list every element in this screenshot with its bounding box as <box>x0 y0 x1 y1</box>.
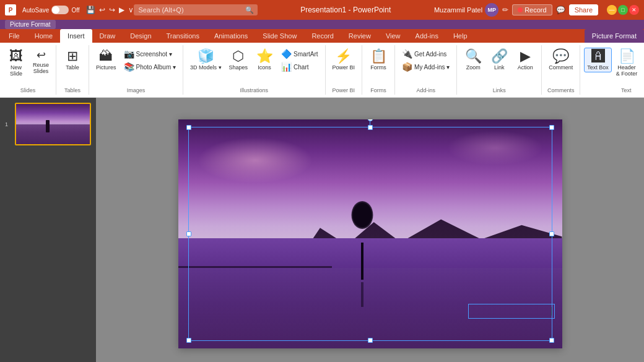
table-button[interactable]: ⊞ Table <box>60 48 85 72</box>
slide-thumbnail-container: 1 <box>15 103 91 145</box>
pen-icon[interactable]: ✏ <box>502 6 508 14</box>
user-avatar[interactable]: MP <box>485 3 498 17</box>
reuse-slides-button[interactable]: ↩ ReuseSlides <box>30 48 52 76</box>
tab-record[interactable]: Record <box>304 29 341 43</box>
illustrations-col: 🔷 SmartArt 📊 Chart <box>278 48 321 73</box>
addins-group-label: Add-ins <box>416 86 435 95</box>
photo-album-button[interactable]: 📚 Photo Album ▾ <box>121 61 179 73</box>
slide-thumbnail[interactable] <box>15 103 91 145</box>
powerbi-group-label: Power BI <box>333 86 355 95</box>
action-button[interactable]: ▶ Action <box>513 48 537 72</box>
tab-review[interactable]: Review <box>341 29 378 43</box>
tab-home[interactable]: Home <box>27 29 60 43</box>
zoom-button[interactable]: 🔍 Zoom <box>461 48 485 72</box>
link-button[interactable]: 🔗 Link <box>487 48 511 72</box>
3d-models-icon: 🧊 <box>198 50 214 63</box>
tab-insert[interactable]: Insert <box>60 29 92 43</box>
save-icon[interactable]: 💾 <box>86 6 95 14</box>
tab-transitions[interactable]: Transitions <box>159 29 207 43</box>
maximize-button[interactable]: □ <box>618 5 628 15</box>
smartart-button[interactable]: 🔷 SmartArt <box>278 48 321 60</box>
table-icon: ⊞ <box>67 50 78 63</box>
tab-view[interactable]: View <box>378 29 408 43</box>
tab-draw[interactable]: Draw <box>92 29 123 43</box>
action-icon: ▶ <box>520 50 531 63</box>
comments-items: 💬 Comment <box>546 45 576 86</box>
tab-file[interactable]: File <box>1 29 27 43</box>
pictures-button[interactable]: 🏔 Pictures <box>93 48 120 72</box>
powerbi-button[interactable]: ⚡ Power BI <box>329 48 359 72</box>
more-icon[interactable]: ∨ <box>128 6 134 14</box>
redo-icon[interactable]: ↪ <box>109 6 115 14</box>
record-dot <box>518 7 523 12</box>
image-land <box>178 266 332 268</box>
autosave-toggle[interactable] <box>51 6 69 14</box>
ribbon-group-images: 🏔 Pictures 📷 Screenshot ▾ 📚 Photo Album … <box>89 45 183 95</box>
text-box-drawing[interactable] <box>468 304 555 319</box>
icons-icon: ⭐ <box>256 50 273 63</box>
tab-design[interactable]: Design <box>123 29 159 43</box>
shapes-button[interactable]: ⬡ Shapes <box>226 48 251 72</box>
slide-number: 1 <box>5 121 8 127</box>
my-addins-icon: 📦 <box>402 62 412 72</box>
tables-items: ⊞ Table <box>60 45 85 86</box>
ribbon-group-slides: 🖼 NewSlide ↩ ReuseSlides Slides <box>0 45 56 95</box>
tab-addins[interactable]: Add-ins <box>408 29 446 43</box>
titlebar-right: Muzammil Patel MP ✏ Record 💬 Share — □ ✕ <box>434 3 639 17</box>
my-addins-button[interactable]: 📦 My Add-ins ▾ <box>399 61 453 73</box>
comment-icon: 💬 <box>552 50 569 63</box>
tab-animations[interactable]: Animations <box>207 29 255 43</box>
preview-water <box>16 124 90 145</box>
image-tree-reflection <box>361 282 363 307</box>
autosave-state: Off <box>71 7 79 14</box>
illustrations-group-label: Illustrations <box>240 86 269 95</box>
canvas-area <box>96 98 644 362</box>
undo-icon[interactable]: ↩ <box>99 6 105 14</box>
window-controls: — □ ✕ <box>607 5 639 15</box>
image-tree-top <box>352 201 373 229</box>
header-footer-icon: 📄 <box>619 50 635 63</box>
tab-picture-format[interactable]: Picture Format <box>585 29 644 43</box>
links-group-label: Links <box>493 86 506 95</box>
app-title: Presentation1 - PowerPoint <box>258 6 434 14</box>
forms-button[interactable]: 📋 Forms <box>366 48 391 72</box>
minimize-button[interactable]: — <box>607 5 617 15</box>
3d-models-button[interactable]: 🧊 3D Models ▾ <box>187 48 225 72</box>
link-icon: 🔗 <box>491 50 508 63</box>
wordart-button[interactable]: A WordArt <box>642 48 644 71</box>
ribbon-group-addins: 🔌 Get Add-ins 📦 My Add-ins ▾ Add-ins <box>395 45 457 95</box>
slide-canvas[interactable] <box>178 119 562 348</box>
toggle-knob <box>52 6 59 14</box>
picture-format-context-label: Picture Format <box>5 20 56 29</box>
slides-items: 🖼 NewSlide ↩ ReuseSlides <box>4 45 52 86</box>
ribbon-group-tables: ⊞ Table Tables <box>56 45 89 95</box>
tab-slideshow[interactable]: Slide Show <box>255 29 304 43</box>
ribbon-group-powerbi: ⚡ Power BI Power BI <box>326 45 363 95</box>
chart-icon: 📊 <box>281 62 292 72</box>
photo-album-icon: 📚 <box>124 62 134 72</box>
links-items: 🔍 Zoom 🔗 Link ▶ Action <box>461 45 537 86</box>
search-input[interactable] <box>134 4 258 15</box>
images-col: 📷 Screenshot ▾ 📚 Photo Album ▾ <box>121 48 179 73</box>
get-addins-icon: 🔌 <box>402 49 412 59</box>
reuse-slides-icon: ↩ <box>37 50 46 61</box>
header-footer-button[interactable]: 📄 Header& Footer <box>613 48 641 79</box>
present-icon[interactable]: ▶ <box>119 6 124 14</box>
comment-button[interactable]: 💬 Comment <box>546 48 576 72</box>
tab-help[interactable]: Help <box>446 29 475 43</box>
addins-col: 🔌 Get Add-ins 📦 My Add-ins ▾ <box>399 48 453 73</box>
chart-button[interactable]: 📊 Chart <box>278 61 321 73</box>
share-button[interactable]: Share <box>569 4 598 15</box>
comments-icon[interactable]: 💬 <box>556 6 565 14</box>
smartart-icon: 🔷 <box>281 49 292 59</box>
get-addins-button[interactable]: 🔌 Get Add-ins <box>399 48 453 60</box>
preview-tree <box>46 120 50 132</box>
icons-button[interactable]: ⭐ Icons <box>252 48 277 72</box>
text-box-button[interactable]: 🅰 Text Box <box>584 48 612 72</box>
screenshot-button[interactable]: 📷 Screenshot ▾ <box>121 48 179 60</box>
new-slide-button[interactable]: 🖼 NewSlide <box>4 48 28 79</box>
text-items: 🅰 Text Box 📄 Header& Footer A WordArt <box>584 45 644 86</box>
close-button[interactable]: ✕ <box>629 5 639 15</box>
record-button[interactable]: Record <box>512 4 552 15</box>
search-icon: 🔍 <box>245 6 254 14</box>
